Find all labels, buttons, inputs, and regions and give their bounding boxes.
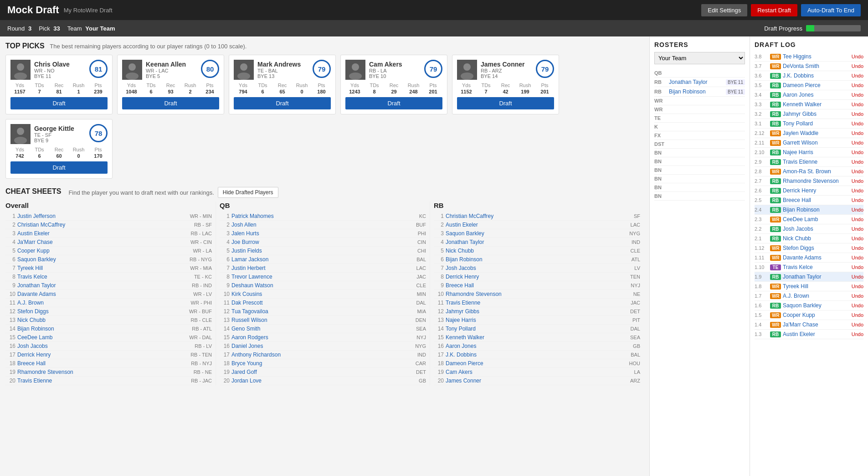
drafted-player-name[interactable]: Austin Ekeler xyxy=(783,331,850,337)
player-name-link[interactable]: Bijan Robinson xyxy=(17,326,190,332)
player-name-link[interactable]: J.K. Dobbins xyxy=(446,352,629,358)
drafted-player-name[interactable]: Jonathan Taylor xyxy=(783,274,850,280)
hide-drafted-button[interactable]: Hide Drafted Players xyxy=(218,187,278,198)
undo-pick-button[interactable]: Undo xyxy=(852,217,863,222)
autodraft-button[interactable]: Auto-Draft To End xyxy=(801,4,861,16)
player-name-link[interactable]: Dameon Pierce xyxy=(446,360,627,367)
undo-pick-button[interactable]: Undo xyxy=(852,293,863,299)
undo-pick-button[interactable]: Undo xyxy=(852,159,863,165)
player-name-link[interactable]: Kirk Cousins xyxy=(231,291,415,297)
player-name-link[interactable]: Travis Etienne xyxy=(17,378,189,384)
undo-pick-button[interactable]: Undo xyxy=(852,169,863,174)
player-name-link[interactable]: Aaron Rodgers xyxy=(231,334,415,341)
player-name-link[interactable]: Josh Allen xyxy=(231,222,414,228)
roster-player-name[interactable]: Jonathan Taylor xyxy=(669,79,724,85)
undo-pick-button[interactable]: Undo xyxy=(852,121,863,126)
undo-pick-button[interactable]: Undo xyxy=(852,178,863,184)
undo-pick-button[interactable]: Undo xyxy=(852,331,863,337)
player-name-link[interactable]: Jordan Love xyxy=(231,378,417,384)
undo-pick-button[interactable]: Undo xyxy=(852,111,863,117)
undo-pick-button[interactable]: Undo xyxy=(852,92,863,98)
player-name-link[interactable]: Dak Prescott xyxy=(231,300,415,306)
drafted-player-name[interactable]: Davante Adams xyxy=(783,254,850,261)
player-name-link[interactable]: Jonathan Taylor xyxy=(17,282,190,289)
undo-pick-button[interactable]: Undo xyxy=(852,312,863,318)
player-name-link[interactable]: Tony Pollard xyxy=(446,326,629,332)
player-name-link[interactable]: Austin Ekeler xyxy=(17,230,189,237)
player-name-link[interactable]: Daniel Jones xyxy=(231,343,413,349)
player-name-link[interactable]: Derrick Henry xyxy=(17,352,189,358)
player-name-link[interactable]: Tua Tagovailoa xyxy=(231,308,415,315)
undo-pick-button[interactable]: Undo xyxy=(852,226,863,232)
player-name-link[interactable]: CeeDee Lamb xyxy=(17,334,188,341)
undo-pick-button[interactable]: Undo xyxy=(852,73,863,78)
restart-draft-button[interactable]: Restart Draft xyxy=(751,4,797,16)
player-name-link[interactable]: Cam Akers xyxy=(446,369,632,375)
drafted-player-name[interactable]: CeeDee Lamb xyxy=(783,216,850,222)
undo-pick-button[interactable]: Undo xyxy=(852,54,863,59)
player-name-link[interactable]: Austin Ekeler xyxy=(446,222,629,228)
roster-player-name[interactable]: Bijan Robinson xyxy=(669,88,724,95)
undo-pick-button[interactable]: Undo xyxy=(852,188,863,193)
player-name-link[interactable]: Rhamondre Stevenson xyxy=(446,291,632,297)
drafted-player-name[interactable]: Breece Hall xyxy=(783,197,850,203)
player-name-link[interactable]: Joe Burrow xyxy=(231,239,416,245)
drafted-player-name[interactable]: Tee Higgins xyxy=(783,53,850,60)
undo-pick-button[interactable]: Undo xyxy=(852,245,863,251)
draft-button[interactable]: Draft xyxy=(457,97,554,109)
player-name-link[interactable]: Derrick Henry xyxy=(446,274,628,280)
player-name-link[interactable]: Nick Chubb xyxy=(17,317,189,323)
drafted-player-name[interactable]: Rhamondre Stevenson xyxy=(783,178,850,184)
player-name-link[interactable]: Justin Fields xyxy=(231,248,416,254)
draft-button[interactable]: Draft xyxy=(10,161,108,174)
player-name-link[interactable]: Josh Jacobs xyxy=(17,343,193,349)
player-name-link[interactable]: Deshaun Watson xyxy=(231,282,415,289)
edit-settings-button[interactable]: Edit Settings xyxy=(701,4,747,16)
drafted-player-name[interactable]: Cooper Kupp xyxy=(783,312,850,318)
drafted-player-name[interactable]: Najee Harris xyxy=(783,149,850,155)
player-name-link[interactable]: Bijan Robinson xyxy=(446,256,630,263)
drafted-player-name[interactable]: Jaylen Waddle xyxy=(783,130,850,136)
team-select[interactable]: Your Team xyxy=(654,52,745,64)
draft-button[interactable]: Draft xyxy=(234,97,331,109)
undo-pick-button[interactable]: Undo xyxy=(852,207,863,212)
player-name-link[interactable]: Jahmyr Gibbs xyxy=(446,308,628,315)
player-name-link[interactable]: Najee Harris xyxy=(446,317,631,323)
player-name-link[interactable]: Geno Smith xyxy=(231,326,414,332)
player-name-link[interactable]: Christian McCaffrey xyxy=(446,213,632,219)
player-name-link[interactable]: Kenneth Walker xyxy=(446,334,628,341)
player-name-link[interactable]: Trevor Lawrence xyxy=(231,274,415,280)
undo-pick-button[interactable]: Undo xyxy=(852,102,863,107)
player-name-link[interactable]: Stefon Diggs xyxy=(17,308,187,315)
undo-pick-button[interactable]: Undo xyxy=(852,140,863,145)
player-name-link[interactable]: Patrick Mahomes xyxy=(231,213,417,219)
undo-pick-button[interactable]: Undo xyxy=(852,63,863,69)
player-name-link[interactable]: Cooper Kupp xyxy=(17,248,191,254)
player-name-link[interactable]: Russell Wilson xyxy=(231,317,414,323)
undo-pick-button[interactable]: Undo xyxy=(852,150,863,155)
player-name-link[interactable]: Travis Etienne xyxy=(446,300,629,306)
drafted-player-name[interactable]: Tyreek Hill xyxy=(783,283,850,290)
drafted-player-name[interactable]: Jahmyr Gibbs xyxy=(783,111,850,117)
drafted-player-name[interactable]: Amon-Ra St. Brown xyxy=(783,168,850,175)
player-name-link[interactable]: Travis Kelce xyxy=(17,274,192,280)
player-name-link[interactable]: Justin Jefferson xyxy=(17,213,188,219)
draft-button[interactable]: Draft xyxy=(122,97,219,109)
player-name-link[interactable]: Anthony Richardson xyxy=(231,352,416,358)
drafted-player-name[interactable]: A.J. Brown xyxy=(783,293,850,299)
player-name-link[interactable]: Bryce Young xyxy=(231,360,414,367)
player-name-link[interactable]: Tyreek Hill xyxy=(17,265,188,271)
drafted-player-name[interactable]: Ja'Marr Chase xyxy=(783,321,850,328)
drafted-player-name[interactable]: Garrett Wilson xyxy=(783,140,850,146)
undo-pick-button[interactable]: Undo xyxy=(852,303,863,308)
drafted-player-name[interactable]: Stefon Diggs xyxy=(783,245,850,251)
undo-pick-button[interactable]: Undo xyxy=(852,284,863,289)
draft-button[interactable]: Draft xyxy=(345,97,442,109)
player-name-link[interactable]: Breece Hall xyxy=(446,282,629,289)
player-name-link[interactable]: Rhamondre Stevenson xyxy=(17,369,192,375)
player-name-link[interactable]: Christian McCaffrey xyxy=(17,222,192,228)
player-name-link[interactable]: Josh Jacobs xyxy=(446,265,632,271)
drafted-player-name[interactable]: J.K. Dobbins xyxy=(783,72,850,79)
drafted-player-name[interactable]: Tony Pollard xyxy=(783,120,850,127)
player-name-link[interactable]: Davante Adams xyxy=(17,291,191,297)
